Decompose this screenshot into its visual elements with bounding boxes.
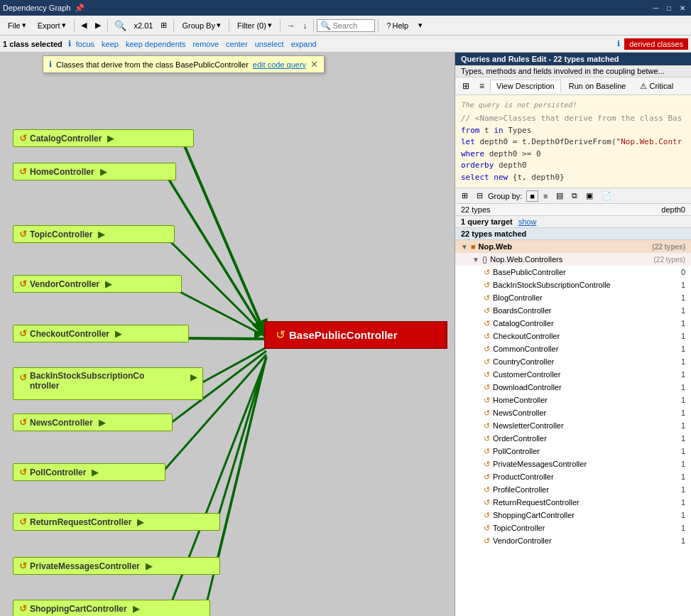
tree-item[interactable]: ▼{}Nop.Web.Controllers(22 types): [455, 253, 691, 266]
group-tb-file[interactable]: ⧉: [568, 190, 581, 202]
topic-icon: ↺: [19, 229, 27, 239]
edit-code-query-link[interactable]: edit code query: [253, 60, 306, 69]
tree-item[interactable]: ↺HomeController1: [455, 394, 691, 406]
tree-item[interactable]: ↺PrivateMessagesController1: [455, 458, 691, 470]
group-by-button[interactable]: Group By ▾: [177, 18, 225, 32]
search-input[interactable]: [332, 21, 371, 30]
group-tb-icon2[interactable]: ⊟: [473, 190, 486, 202]
base-public-controller-node[interactable]: ↺ BasePublicController: [264, 321, 447, 349]
tree-item[interactable]: ↺ProfileController1: [455, 483, 691, 496]
group-tb-icon1[interactable]: ⊞: [458, 190, 472, 202]
tree-node-num: 1: [681, 460, 685, 468]
minimize-button[interactable]: ─: [651, 4, 661, 12]
tree-list[interactable]: ▼■Nop.Web(22 types)▼{}Nop.Web.Controller…: [455, 240, 691, 616]
focus-button[interactable]: focus: [74, 40, 97, 48]
tree-item[interactable]: ↺ReturnRequestController1: [455, 496, 691, 509]
tree-item[interactable]: ↺ShoppingCartController1: [455, 509, 691, 522]
help-button[interactable]: ? Help: [381, 19, 413, 32]
dependency-graph-panel[interactable]: ℹ Classes that derive from the class Bas…: [0, 53, 455, 616]
keep-dependents-button[interactable]: keep dependents: [124, 40, 187, 48]
derived-classes-button[interactable]: derived classes: [624, 38, 688, 50]
vendor-controller-node[interactable]: ↺ VendorController ▶: [13, 275, 182, 293]
file-menu-button[interactable]: File ▾: [3, 18, 31, 32]
group-tb-type[interactable]: ≡: [540, 190, 551, 202]
filter-button[interactable]: Filter (0) ▾: [232, 18, 277, 32]
tree-item[interactable]: ↺DownloadController1: [455, 381, 691, 394]
unselect-button[interactable]: unselect: [253, 40, 286, 48]
checkout-controller-node[interactable]: ↺ CheckoutController ▶: [13, 325, 189, 342]
group-tb-doc[interactable]: 📄: [598, 190, 615, 202]
search-icon: 🔍: [320, 21, 331, 31]
topic-arrow: ▶: [98, 229, 104, 239]
svg-line-8: [215, 357, 266, 526]
maximize-button[interactable]: □: [664, 4, 674, 12]
tree-item[interactable]: ↺NewsController1: [455, 406, 691, 419]
tree-item[interactable]: ↺CheckoutController1: [455, 330, 691, 342]
tree-node-count: (22 types): [654, 256, 685, 264]
tab-list-icon[interactable]: ≡: [475, 79, 489, 93]
catalog-controller-node[interactable]: ↺ CatalogController ▶: [13, 129, 194, 147]
tree-node-num: 1: [681, 421, 685, 430]
tree-item[interactable]: ↺CountryController1: [455, 355, 691, 368]
tab-view-description[interactable]: View Description: [490, 80, 561, 92]
nav-down-button[interactable]: ↓: [300, 19, 311, 32]
forward-button[interactable]: ▶: [92, 18, 104, 32]
back-button[interactable]: ◀: [77, 18, 90, 32]
pin-icon[interactable]: 📌: [75, 4, 85, 13]
export-chevron-icon: ▾: [62, 21, 66, 30]
topic-controller-node[interactable]: ↺ TopicController ▶: [13, 225, 175, 243]
shoppingcart-controller-node[interactable]: ↺ ShoppingCartController ▶: [13, 600, 210, 616]
right-panel-subtitle: Types, methods and fields involved in th…: [455, 65, 691, 77]
tree-item[interactable]: ↺OrderController1: [455, 432, 691, 445]
backstock-controller-node[interactable]: ↺ BackInStockSubscriptionCo ntroller ▶: [13, 367, 203, 400]
close-button[interactable]: ✕: [677, 4, 688, 12]
group-tb-ns[interactable]: ■: [526, 190, 538, 202]
tree-item[interactable]: ↺CatalogController1: [455, 317, 691, 330]
types-count: 22 types: [461, 205, 491, 214]
tree-item[interactable]: ▼■Nop.Web(22 types): [455, 240, 691, 253]
tree-item[interactable]: ↺BoardsController1: [455, 304, 691, 317]
right-chevron-button[interactable]: ▾: [415, 18, 426, 32]
tree-item[interactable]: ↺PollController1: [455, 445, 691, 458]
tree-item[interactable]: ↺VendorController1: [455, 534, 691, 547]
expand-button[interactable]: expand: [289, 40, 319, 48]
tree-item[interactable]: ↺BackInStockSubscriptionControlle1: [455, 279, 691, 291]
tree-node-icon: {}: [482, 255, 487, 264]
tree-item[interactable]: ↺BlogController1: [455, 291, 691, 304]
returnrequest-controller-node[interactable]: ↺ ReturnRequestController ▶: [13, 513, 220, 531]
privatemessages-controller-node[interactable]: ↺ PrivateMessagesController ▶: [13, 557, 220, 575]
tree-node-num: 1: [681, 409, 685, 417]
search-box[interactable]: 🔍: [317, 19, 375, 32]
group-tb-member[interactable]: ▤: [553, 190, 567, 202]
nav-forward-button[interactable]: →: [283, 19, 298, 32]
tab-toggle-icon[interactable]: ⊞: [458, 79, 474, 93]
popup-close-button[interactable]: ✕: [310, 59, 318, 70]
tree-item[interactable]: ↺NewsletterController1: [455, 419, 691, 432]
remove-button[interactable]: remove: [190, 40, 221, 48]
group-tb-grid[interactable]: ▣: [582, 190, 597, 202]
tree-node-num: 1: [681, 332, 685, 340]
zoom-out-button[interactable]: 🔍: [111, 18, 130, 33]
matched-header: 22 types matched: [455, 228, 691, 240]
news-controller-node[interactable]: ↺ NewsController ▶: [13, 414, 173, 431]
tree-item[interactable]: ↺CommonController1: [455, 342, 691, 355]
keep-button[interactable]: keep: [99, 40, 121, 48]
tree-item[interactable]: ↺ProductController1: [455, 470, 691, 483]
sep-4: [229, 19, 229, 32]
export-menu-button[interactable]: Export ▾: [33, 18, 71, 32]
tree-item[interactable]: ↺BasePublicController0: [455, 266, 691, 279]
center-button[interactable]: center: [224, 40, 250, 48]
tab-run-baseline[interactable]: Run on Baseline: [562, 80, 633, 92]
home-controller-node[interactable]: ↺ HomeController ▶: [13, 163, 176, 180]
show-link[interactable]: show: [518, 217, 537, 226]
tree-node-icon: ↺: [484, 472, 490, 482]
tree-item[interactable]: ↺CustomerController1: [455, 368, 691, 381]
tree-item[interactable]: ↺TopicController1: [455, 522, 691, 534]
grid-button[interactable]: ⊞: [157, 18, 170, 32]
tree-node-count: (22 types): [652, 243, 685, 251]
catalog-icon: ↺: [19, 133, 27, 144]
poll-controller-node[interactable]: ↺ PollController ▶: [13, 463, 165, 481]
tree-node-name: NewsletterController: [493, 421, 673, 430]
tree-node-icon: ↺: [484, 383, 490, 392]
tab-critical[interactable]: ⚠ Critical: [633, 80, 680, 93]
